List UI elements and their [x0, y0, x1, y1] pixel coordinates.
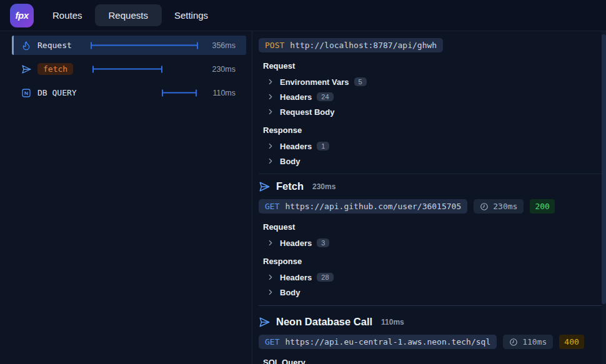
- fpx-logo[interactable]: fpx: [10, 4, 34, 27]
- section-title: Neon Database Call: [276, 316, 372, 328]
- chevron-right-icon: [266, 77, 275, 86]
- main-split: Request 356ms fetch 230ms DB QUERY 110ms: [0, 31, 606, 364]
- fetch-method-url-row: GET https://api.github.com/user/36015705…: [259, 199, 596, 214]
- response-subheading: Response: [263, 257, 596, 266]
- collapsible-label: Environment Vars: [280, 77, 349, 87]
- nav-items: Routes Requests Settings: [49, 4, 212, 26]
- method-url-badge: GET https://api.eu-central-1.aws.neon.te…: [259, 335, 497, 349]
- vertical-scrollbar: [602, 31, 606, 364]
- elapsed-time-badge: 110ms: [503, 335, 553, 349]
- elapsed-time-badge: 230ms: [474, 199, 524, 214]
- status-badge: 400: [559, 335, 584, 349]
- collapsible-row-request-body[interactable]: Request Body: [259, 104, 596, 119]
- collapsible-label: Headers: [280, 142, 312, 151]
- send-icon: [21, 64, 31, 74]
- collapsible-label: Headers: [280, 92, 312, 102]
- nav-item-requests[interactable]: Requests: [95, 4, 162, 26]
- chevron-right-icon: [266, 288, 275, 297]
- status-badge: 200: [530, 199, 554, 214]
- http-method: GET: [265, 202, 279, 211]
- count-badge: 24: [317, 92, 333, 101]
- chevron-right-icon: [266, 157, 275, 165]
- clock-icon: [509, 338, 518, 347]
- trace-duration-text: 356ms: [212, 41, 236, 50]
- request-url: https://api.eu-central-1.aws.neon.tech/s…: [285, 337, 490, 347]
- trace-duration-bar: [92, 66, 162, 72]
- request-url: http://localhost:8787/api/ghwh: [290, 41, 437, 50]
- chevron-right-icon: [266, 107, 275, 116]
- request-url: https://api.github.com/user/36015705: [285, 202, 461, 211]
- trace-row-db-query[interactable]: DB QUERY 110ms: [12, 83, 246, 102]
- collapsible-row-fetch-request-headers[interactable]: Headers 3: [259, 235, 596, 250]
- count-badge: 1: [317, 142, 329, 150]
- neon-section-heading: Neon Database Call 110ms: [259, 316, 596, 328]
- trace-label: DB QUERY: [37, 88, 77, 97]
- chevron-right-icon: [266, 92, 275, 101]
- count-badge: 28: [317, 273, 333, 282]
- collapsible-label: Body: [280, 157, 301, 166]
- method-url-badge: POST http://localhost:8787/api/ghwh: [259, 38, 443, 52]
- nav-item-settings[interactable]: Settings: [171, 4, 212, 26]
- trace-duration-text: 230ms: [212, 65, 236, 74]
- elapsed-time-text: 110ms: [522, 337, 547, 347]
- section-duration: 230ms: [312, 182, 335, 191]
- send-icon: [259, 317, 270, 328]
- count-badge: 3: [317, 239, 329, 247]
- trace-row-request[interactable]: Request 356ms: [12, 36, 246, 55]
- trace-label: fetch: [37, 63, 73, 75]
- neon-icon: [21, 88, 31, 98]
- trace-duration-bar: [91, 42, 198, 49]
- send-icon: [259, 181, 270, 192]
- collapsible-label: Body: [280, 288, 301, 297]
- collapsible-label: Headers: [280, 273, 312, 282]
- flame-icon: [21, 41, 31, 51]
- method-url-badge: GET https://api.github.com/user/36015705: [259, 199, 467, 214]
- trace-label: Request: [37, 41, 72, 50]
- nav-item-routes[interactable]: Routes: [49, 4, 86, 26]
- top-nav: fpx Routes Requests Settings: [0, 0, 606, 31]
- root-method-url-row: POST http://localhost:8787/api/ghwh: [259, 38, 596, 52]
- http-method: GET: [265, 337, 279, 347]
- clock-icon: [480, 202, 489, 211]
- elapsed-time-text: 230ms: [493, 202, 517, 211]
- request-details-panel: POST http://localhost:8787/api/ghwh Requ…: [252, 31, 606, 364]
- collapsible-row-response-headers[interactable]: Headers 1: [259, 139, 596, 154]
- http-method: POST: [265, 41, 284, 50]
- trace-duration-bar: [162, 89, 197, 96]
- collapsible-row-fetch-response-headers[interactable]: Headers 28: [259, 270, 596, 285]
- trace-timeline-panel: Request 356ms fetch 230ms DB QUERY 110ms: [0, 31, 252, 364]
- section-duration: 110ms: [381, 318, 404, 327]
- trace-duration-text: 110ms: [212, 89, 236, 97]
- collapsible-row-environment-vars[interactable]: Environment Vars 5: [259, 74, 596, 89]
- response-subheading: Response: [263, 125, 596, 135]
- collapsible-row-request-headers[interactable]: Headers 24: [259, 89, 596, 104]
- chevron-right-icon: [266, 142, 275, 150]
- collapsible-label: Request Body: [280, 107, 334, 117]
- collapsible-row-fetch-response-body[interactable]: Body: [259, 285, 596, 300]
- trace-row-fetch[interactable]: fetch 230ms: [12, 59, 246, 79]
- request-subheading: Request: [263, 222, 596, 232]
- fetch-section-heading: Fetch 230ms: [259, 180, 596, 192]
- section-divider: [259, 174, 602, 174]
- sql-query-subheading: SQL Query: [263, 358, 596, 364]
- neon-method-url-row: GET https://api.eu-central-1.aws.neon.te…: [259, 335, 596, 349]
- request-subheading: Request: [263, 61, 596, 71]
- collapsible-label: Headers: [280, 239, 312, 248]
- scrollbar-thumb[interactable]: [602, 34, 606, 304]
- chevron-right-icon: [266, 239, 275, 247]
- count-badge: 5: [354, 77, 367, 86]
- section-title: Fetch: [276, 180, 304, 192]
- collapsible-row-response-body[interactable]: Body: [259, 154, 596, 169]
- chevron-right-icon: [266, 273, 275, 282]
- section-divider: [259, 305, 602, 306]
